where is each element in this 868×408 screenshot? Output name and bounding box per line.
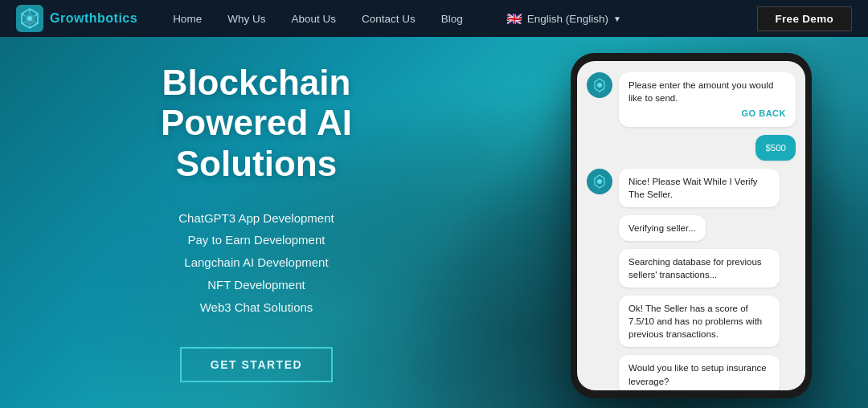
chat-message-6: Ok! The Seller has a score of 7.5/10 and…: [587, 296, 796, 347]
nav-link-why-us[interactable]: Why Us: [216, 10, 276, 28]
chat-message-5: Searching database for previous sellers'…: [587, 249, 796, 288]
bot-bubble-4: Searching database for previous sellers'…: [619, 249, 780, 288]
logo-area[interactable]: Growthbotics: [16, 5, 137, 32]
bot-bubble-2: Nice! Please Wait While I Verify The Sel…: [619, 169, 780, 207]
hero-title: Blockchain Powered AI Solutions: [161, 63, 352, 185]
logo-text: Growthbotics: [50, 11, 137, 26]
language-selector[interactable]: 🇬🇧 English (English) ▼: [498, 8, 629, 30]
hero-features: ChatGPT3 App Development Pay to Earn Dev…: [161, 207, 352, 319]
nav-link-home[interactable]: Home: [162, 10, 213, 28]
phone-frame: Please enter the amount you would like t…: [571, 53, 812, 398]
feature-5: Web3 Chat Solutions: [161, 296, 352, 319]
bot-bubble-6: Would you like to setup insurance levera…: [619, 355, 780, 390]
phone-mockup: Please enter the amount you would like t…: [571, 53, 820, 406]
bot-bubble-5: Ok! The Seller has a score of 7.5/10 and…: [619, 296, 780, 347]
feature-3: Langchain AI Development: [161, 251, 352, 274]
chat-message-7: Would you like to setup insurance levera…: [587, 355, 796, 390]
hero-section: Blockchain Powered AI Solutions ChatGPT3…: [0, 37, 868, 408]
flag-icon: 🇬🇧: [506, 11, 522, 27]
user-bubble-1: $500: [755, 135, 796, 161]
nav-link-blog[interactable]: Blog: [430, 10, 474, 28]
free-demo-button[interactable]: Free Demo: [757, 6, 852, 31]
navbar-left: Growthbotics Home Why Us About Us Contac…: [16, 5, 629, 32]
bot-avatar: [587, 72, 612, 98]
navbar: Growthbotics Home Why Us About Us Contac…: [0, 0, 868, 37]
nav-link-contact-us[interactable]: Contact Us: [350, 10, 427, 28]
chevron-down-icon: ▼: [613, 14, 621, 23]
svg-point-13: [597, 179, 602, 184]
feature-1: ChatGPT3 App Development: [161, 207, 352, 230]
chat-message-4: Verifying seller...: [587, 215, 796, 241]
chat-message-3: Nice! Please Wait While I Verify The Sel…: [587, 169, 796, 207]
svg-point-9: [27, 16, 32, 21]
bot-bubble-3: Verifying seller...: [619, 215, 706, 241]
bot-bubble-1: Please enter the amount you would like t…: [619, 72, 796, 127]
hero-content: Blockchain Powered AI Solutions ChatGPT3…: [161, 63, 352, 383]
go-back-label[interactable]: GO BACK: [742, 108, 786, 120]
bot-avatar-2: [587, 169, 612, 194]
phone-screen: Please enter the amount you would like t…: [577, 61, 805, 390]
svg-point-11: [597, 83, 602, 88]
get-started-button[interactable]: GET STARTED: [180, 347, 333, 382]
nav-link-about-us[interactable]: About Us: [280, 10, 347, 28]
feature-4: NFT Development: [161, 274, 352, 296]
feature-2: Pay to Earn Development: [161, 229, 352, 251]
logo-icon: [16, 5, 43, 32]
chat-message-1: Please enter the amount you would like t…: [587, 72, 796, 127]
nav-links: Home Why Us About Us Contact Us Blog: [162, 10, 474, 28]
navbar-right: Free Demo: [757, 6, 852, 31]
lang-label: English (English): [527, 13, 608, 25]
chat-message-2: $500: [587, 135, 796, 161]
